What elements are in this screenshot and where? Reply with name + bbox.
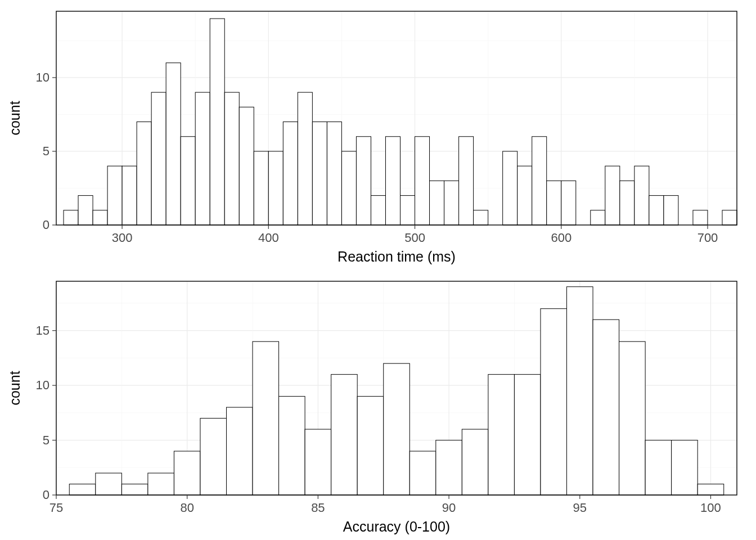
- ytick-label: 10: [36, 70, 50, 84]
- svg-rect-106: [619, 341, 646, 495]
- svg-rect-91: [227, 407, 253, 495]
- svg-rect-30: [283, 122, 298, 225]
- y-axis-label-bottom: count: [7, 371, 22, 405]
- ytick-label: 5: [43, 433, 50, 447]
- svg-rect-95: [331, 375, 358, 495]
- svg-rect-39: [415, 137, 430, 225]
- svg-rect-26: [224, 92, 239, 225]
- svg-rect-54: [664, 196, 678, 225]
- svg-rect-47: [547, 181, 561, 225]
- svg-rect-88: [148, 473, 174, 495]
- svg-rect-41: [444, 181, 459, 225]
- x-axis-label-top: Reaction time (ms): [338, 249, 456, 264]
- svg-rect-24: [195, 92, 210, 225]
- svg-rect-22: [166, 63, 181, 225]
- svg-rect-86: [96, 473, 122, 495]
- x-ticks-bottom: [56, 495, 710, 499]
- svg-rect-18: [107, 166, 122, 225]
- xtick-label: 75: [50, 501, 63, 515]
- svg-rect-17: [93, 210, 107, 225]
- svg-rect-43: [474, 210, 488, 225]
- xtick-label: 100: [700, 501, 721, 515]
- svg-rect-103: [541, 309, 567, 495]
- svg-rect-107: [645, 440, 672, 495]
- y-axis-label-top: count: [7, 101, 22, 135]
- svg-rect-44: [503, 151, 518, 225]
- svg-rect-49: [591, 210, 605, 225]
- svg-rect-89: [174, 451, 200, 495]
- svg-rect-100: [462, 429, 488, 495]
- xtick-label: 85: [311, 501, 325, 515]
- svg-rect-108: [672, 440, 698, 495]
- svg-rect-52: [634, 166, 649, 225]
- svg-rect-56: [722, 210, 737, 225]
- xtick-label: 300: [112, 231, 133, 245]
- svg-rect-25: [210, 19, 224, 225]
- svg-rect-98: [410, 451, 436, 495]
- svg-rect-99: [436, 440, 462, 495]
- svg-rect-51: [620, 181, 634, 225]
- panel-accuracy: 75 80 85 90 95 100 0 5 10 15 Accuracy (0…: [0, 270, 756, 540]
- xtick-label: 700: [698, 231, 718, 245]
- svg-rect-27: [239, 107, 254, 225]
- svg-rect-102: [514, 375, 541, 495]
- svg-rect-19: [122, 166, 137, 225]
- svg-rect-33: [327, 122, 341, 225]
- svg-rect-94: [305, 429, 331, 495]
- panel-reaction-time: 300 400 500 600 700 0 5 10 Reaction time…: [0, 0, 756, 270]
- svg-rect-87: [122, 484, 148, 495]
- svg-rect-38: [400, 196, 415, 225]
- svg-rect-55: [693, 210, 708, 225]
- ytick-label: 10: [36, 378, 50, 392]
- x-ticks-top: [122, 225, 708, 229]
- svg-rect-53: [649, 196, 664, 225]
- svg-rect-40: [430, 181, 444, 225]
- svg-rect-31: [298, 92, 312, 225]
- svg-rect-15: [64, 210, 78, 225]
- svg-rect-101: [488, 375, 515, 495]
- svg-rect-92: [253, 341, 279, 495]
- xtick-label: 90: [442, 501, 456, 515]
- svg-rect-45: [518, 166, 532, 225]
- ytick-label: 15: [36, 323, 50, 338]
- svg-rect-32: [312, 122, 327, 225]
- xtick-label: 600: [551, 231, 572, 245]
- svg-rect-109: [698, 484, 724, 495]
- svg-rect-48: [561, 181, 576, 225]
- svg-rect-21: [151, 92, 166, 225]
- bars-bottom: [69, 287, 723, 495]
- ytick-label: 0: [43, 218, 50, 232]
- y-ticks-bottom: [52, 331, 56, 495]
- svg-rect-104: [567, 287, 593, 495]
- svg-rect-85: [69, 484, 96, 495]
- x-axis-label-bottom: Accuracy (0-100): [343, 519, 450, 534]
- xtick-label: 400: [258, 231, 279, 245]
- chart-page: { "chart_data": [ { "type": "bar", "xlab…: [0, 0, 756, 540]
- svg-rect-36: [371, 196, 385, 225]
- svg-rect-35: [356, 137, 371, 225]
- svg-rect-23: [181, 137, 195, 225]
- xtick-label: 95: [573, 501, 587, 515]
- svg-rect-20: [137, 122, 151, 225]
- svg-rect-34: [341, 151, 356, 225]
- histogram-reaction-time: 300 400 500 600 700 0 5 10 Reaction time…: [0, 0, 756, 270]
- xtick-label: 500: [404, 231, 425, 245]
- svg-rect-28: [254, 151, 268, 225]
- svg-rect-37: [385, 137, 400, 225]
- svg-rect-46: [532, 137, 547, 225]
- svg-rect-16: [78, 196, 93, 225]
- svg-rect-97: [384, 363, 410, 495]
- ytick-label: 5: [43, 144, 50, 158]
- svg-rect-29: [268, 151, 283, 225]
- y-ticks-top: [52, 78, 56, 225]
- xtick-label: 80: [180, 501, 194, 515]
- svg-rect-93: [279, 397, 305, 495]
- histogram-accuracy: 75 80 85 90 95 100 0 5 10 15 Accuracy (0…: [0, 270, 756, 540]
- svg-rect-50: [605, 166, 620, 225]
- svg-rect-96: [357, 397, 384, 495]
- svg-rect-42: [459, 137, 474, 225]
- bars-top: [64, 19, 737, 225]
- ytick-label: 0: [43, 488, 50, 502]
- svg-rect-105: [593, 320, 619, 495]
- svg-rect-90: [200, 418, 227, 495]
